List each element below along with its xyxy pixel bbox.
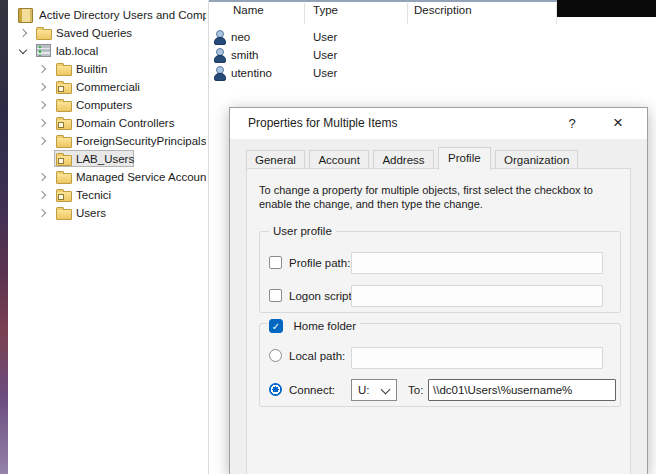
home-folder-checkbox[interactable]: ✓ xyxy=(269,319,283,333)
local-path-input[interactable] xyxy=(351,347,603,369)
ou-folder-icon xyxy=(56,81,72,95)
cell-name: neo xyxy=(231,28,250,46)
home-folder-group: ✓ Home folder Local path: Connect: U: To… xyxy=(259,323,621,407)
ou-folder-icon xyxy=(56,153,72,167)
tree-item-tecnici[interactable]: Tecnici xyxy=(8,186,208,204)
help-button[interactable]: ? xyxy=(562,108,582,139)
tree-item-foreign-security-principals[interactable]: ForeignSecurityPrincipals xyxy=(8,132,208,150)
user-profile-group: User profile Profile path: Logon script: xyxy=(259,231,621,313)
screen: Active Directory Users and Computers Sav… xyxy=(0,0,656,474)
connect-label[interactable]: Connect: xyxy=(289,383,335,397)
tree-item-label: Tecnici xyxy=(76,186,206,204)
chevron-down-icon[interactable] xyxy=(19,46,27,54)
folder-icon xyxy=(36,27,52,41)
dialog-title: Properties for Multiple Items xyxy=(248,108,397,139)
tree-item-label: Commerciali xyxy=(76,78,206,96)
group-label: User profile xyxy=(269,224,336,239)
folder-icon xyxy=(56,99,72,113)
check-icon: ✓ xyxy=(272,321,280,332)
column-divider[interactable] xyxy=(407,3,408,24)
tree-item-label: Computers xyxy=(76,96,206,114)
profile-path-input[interactable] xyxy=(351,252,603,274)
tab-account[interactable]: Account xyxy=(309,150,369,169)
home-folder-label[interactable]: Home folder xyxy=(293,320,356,332)
folder-icon xyxy=(56,171,72,185)
chevron-right-icon[interactable] xyxy=(38,65,46,73)
drive-letter-dropdown[interactable]: U: xyxy=(351,379,397,401)
list-row-smith[interactable]: smith User xyxy=(209,46,649,64)
column-divider[interactable] xyxy=(556,3,557,24)
user-icon xyxy=(214,66,226,80)
tree-item-users[interactable]: Users xyxy=(8,204,208,222)
connect-radio[interactable] xyxy=(269,383,282,396)
tab-profile[interactable]: Profile xyxy=(438,147,491,170)
ou-folder-icon xyxy=(56,117,72,131)
tree-item-commerciali[interactable]: Commerciali xyxy=(8,78,208,96)
background-window-area xyxy=(557,0,656,17)
list-top-border xyxy=(209,0,557,2)
tab-organization[interactable]: Organization xyxy=(495,150,578,169)
close-button[interactable]: × xyxy=(606,108,630,138)
to-label: To: xyxy=(408,383,423,397)
user-icon xyxy=(214,48,226,62)
tree-item-managed-service-accounts[interactable]: Managed Service Accounts xyxy=(8,168,208,186)
chevron-right-icon[interactable] xyxy=(38,83,46,91)
logon-script-input[interactable] xyxy=(351,285,603,307)
desktop-background-strip xyxy=(0,0,8,474)
tree-item-lab-local[interactable]: lab.local xyxy=(8,42,208,60)
list-row-neo[interactable]: neo User xyxy=(209,28,649,46)
tree-item-lab-users[interactable]: LAB_Users xyxy=(8,150,208,168)
tree-item-label: Saved Queries xyxy=(56,24,206,42)
logon-script-label[interactable]: Logon script: xyxy=(289,289,355,303)
tab-page-profile: To change a property for multiple object… xyxy=(246,168,631,474)
folder-icon xyxy=(56,63,72,77)
drive-letter-value: U: xyxy=(358,384,370,396)
tree-item-label: Builtin xyxy=(76,60,206,78)
connect-path-input[interactable]: \\dc01\Users\%username% xyxy=(428,379,616,401)
user-icon xyxy=(214,30,226,44)
profile-path-checkbox[interactable] xyxy=(269,256,282,269)
description-line: enable the change, and then type the cha… xyxy=(259,197,593,211)
cell-type: User xyxy=(313,46,337,64)
chevron-right-icon[interactable] xyxy=(38,119,46,127)
tree-item-label: Active Directory Users and Computers xyxy=(39,6,206,24)
cell-type: User xyxy=(313,64,337,82)
local-path-label[interactable]: Local path: xyxy=(289,349,345,363)
home-folder-caption: ✓ Home folder xyxy=(268,316,360,332)
chevron-right-icon[interactable] xyxy=(38,101,46,109)
tree-item-root[interactable]: Active Directory Users and Computers xyxy=(8,6,208,24)
logon-script-checkbox[interactable] xyxy=(269,289,282,302)
properties-dialog: Properties for Multiple Items ? × Genera… xyxy=(229,107,648,474)
chevron-right-icon[interactable] xyxy=(38,209,46,217)
column-header-type[interactable]: Type xyxy=(313,4,338,16)
tree-item-label: LAB_Users xyxy=(76,150,206,168)
tab-general[interactable]: General xyxy=(246,150,305,169)
dialog-titlebar[interactable]: Properties for Multiple Items ? × xyxy=(230,108,647,139)
chevron-right-icon[interactable] xyxy=(38,137,46,145)
column-header-description[interactable]: Description xyxy=(414,4,472,16)
chevron-right-icon[interactable] xyxy=(38,173,46,181)
column-divider[interactable] xyxy=(304,3,305,24)
ou-folder-icon xyxy=(56,189,72,203)
tab-strip: General Account Address Profile Organiza… xyxy=(246,147,578,169)
description-line: To change a property for multiple object… xyxy=(259,183,593,197)
tab-address[interactable]: Address xyxy=(373,150,433,169)
tree-item-computers[interactable]: Computers xyxy=(8,96,208,114)
chevron-right-icon[interactable] xyxy=(38,191,46,199)
tree-item-label: ForeignSecurityPrincipals xyxy=(76,132,206,150)
chevron-right-icon[interactable] xyxy=(19,29,27,37)
folder-icon xyxy=(56,135,72,149)
column-header-name[interactable]: Name xyxy=(233,4,264,16)
local-path-radio[interactable] xyxy=(269,349,282,362)
directory-book-icon xyxy=(18,8,33,23)
cell-type: User xyxy=(313,28,337,46)
cell-name: utentino xyxy=(231,64,272,82)
tree-item-saved-queries[interactable]: Saved Queries xyxy=(8,24,208,42)
tree-item-domain-controllers[interactable]: Domain Controllers xyxy=(8,114,208,132)
profile-path-label[interactable]: Profile path: xyxy=(289,256,350,270)
folder-icon xyxy=(56,207,72,221)
chevron-down-icon xyxy=(381,385,391,395)
cell-name: smith xyxy=(231,46,258,64)
tree-item-builtin[interactable]: Builtin xyxy=(8,60,208,78)
list-row-utentino[interactable]: utentino User xyxy=(209,64,649,82)
